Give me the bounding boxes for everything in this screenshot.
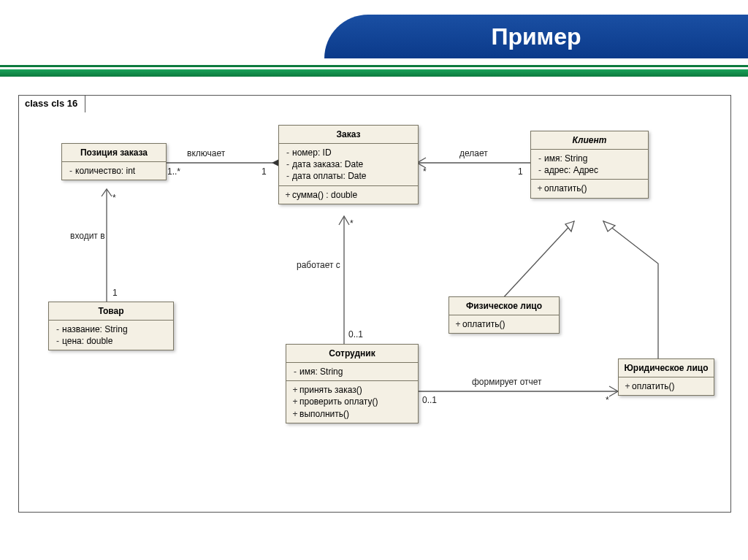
- attr: -имя: String: [291, 366, 413, 377]
- rel-workswith-label: работает с: [297, 260, 340, 270]
- class-client: Клиент -имя: String -адрес: Адрес +оплат…: [530, 131, 649, 199]
- svg-marker-8: [603, 221, 615, 231]
- attr: -дата оплаты: Date: [283, 170, 413, 182]
- slide: Пример class cls 16: [0, 0, 748, 560]
- class-title: Физическое лицо: [449, 297, 559, 315]
- class-title: Товар: [49, 302, 173, 321]
- op: +выполнить(): [291, 408, 413, 420]
- mult: *: [606, 395, 609, 405]
- slide-title: Пример: [324, 15, 748, 58]
- op: +оплатить(): [535, 183, 644, 194]
- attr: -номер: ID: [283, 147, 413, 158]
- class-title: Заказ: [279, 126, 418, 144]
- class-order: Заказ -номер: ID -дата заказа: Date -дат…: [278, 125, 419, 204]
- class-order-item: Позиция заказа -количество: int: [61, 143, 167, 180]
- rel-reports-label: формирует отчет: [472, 377, 542, 387]
- class-title: Клиент: [531, 131, 648, 150]
- class-title: Позиция заказа: [62, 144, 166, 162]
- mult: *: [112, 193, 116, 203]
- mult: 1..*: [167, 166, 180, 177]
- mult: 0..1: [348, 329, 363, 340]
- op: +принять заказ(): [291, 384, 413, 396]
- mult: *: [423, 166, 427, 177]
- rel-partof-label: входит в: [70, 231, 105, 241]
- rel-makes-label: делает: [459, 148, 488, 158]
- mult: 0..1: [422, 395, 437, 405]
- rel-includes-label: включает: [187, 148, 225, 158]
- slide-header: Пример: [0, 0, 748, 72]
- attr: -количество: int: [66, 165, 161, 177]
- uml-frame: class cls 16 Позиция: [18, 95, 731, 513]
- class-person: Физическое лицо +оплатить(): [449, 296, 560, 334]
- header-divider: [0, 69, 748, 77]
- op: +сумма() : double: [283, 189, 413, 201]
- class-employee: Сотрудник -имя: String +принять заказ() …: [286, 344, 419, 423]
- op: +проверить оплату(): [291, 396, 413, 407]
- class-company: Юридическое лицо +оплатить(): [618, 358, 714, 396]
- mult: 1: [518, 166, 523, 177]
- op: +оплатить(): [454, 318, 554, 330]
- class-title: Юридическое лицо: [619, 359, 714, 377]
- mult: 1: [112, 288, 118, 298]
- op: +оплатить(): [623, 380, 709, 392]
- mult: 1: [262, 166, 267, 177]
- class-product: Товар -название: String -цена: double: [48, 302, 174, 350]
- class-title: Сотрудник: [286, 345, 418, 363]
- attr: -имя: String: [535, 153, 644, 164]
- attr: -адрес: Адрес: [535, 164, 644, 176]
- attr: -название: String: [53, 323, 169, 335]
- svg-line-6: [501, 221, 574, 300]
- attr: -дата заказа: Date: [283, 158, 413, 170]
- attr: -цена: double: [53, 335, 169, 347]
- mult: *: [350, 218, 354, 229]
